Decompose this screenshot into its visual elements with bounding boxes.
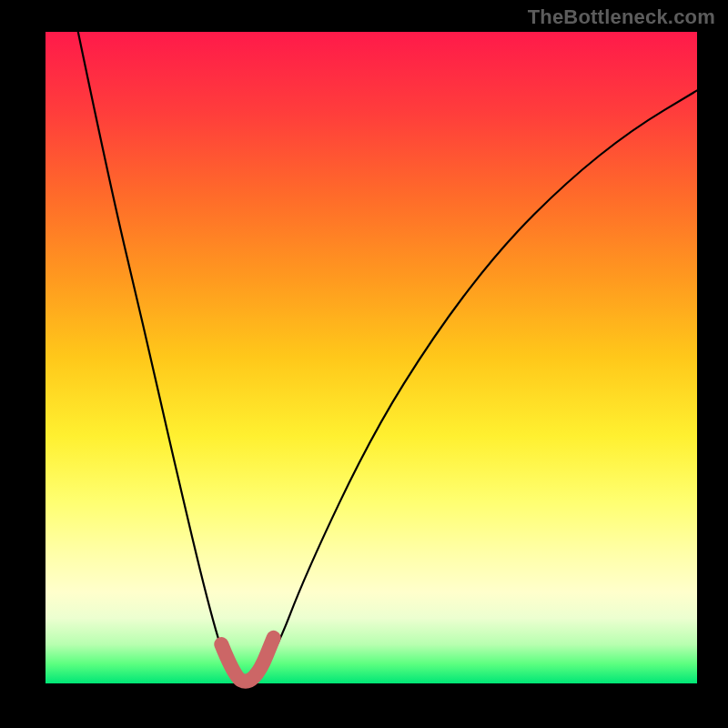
minimum-marker [221,638,273,682]
watermark-text: TheBottleneck.com [528,5,715,29]
chart-container: TheBottleneck.com [0,0,728,728]
plot-area [46,32,697,683]
chart-svg [46,32,697,683]
bottleneck-curve [78,32,697,679]
